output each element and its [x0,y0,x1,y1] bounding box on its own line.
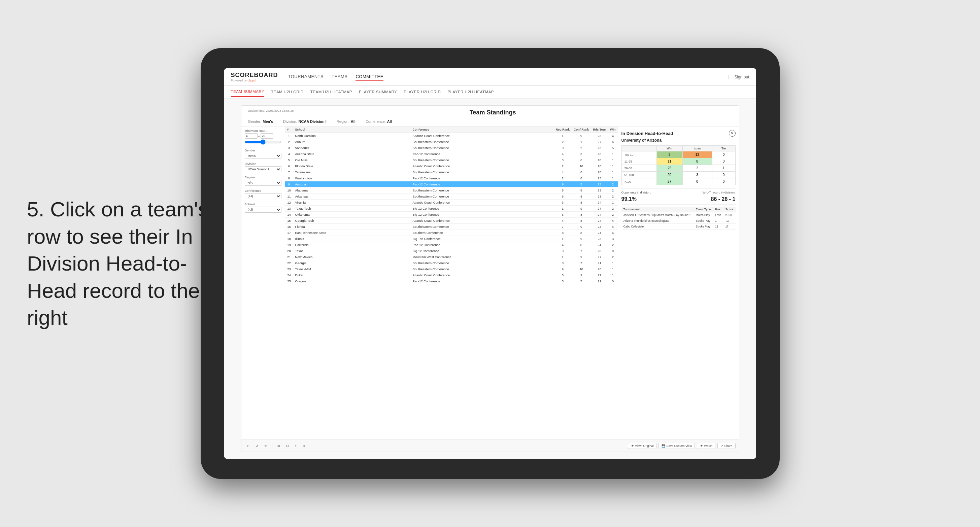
table-row[interactable]: 2 Auburn Southeastern Conference 2 1 27 … [285,139,618,145]
sub-tab-team-h2h-grid[interactable]: TEAM H2H GRID [271,87,304,97]
table-row[interactable]: 21 New Mexico Mountain West Conference 1… [285,254,618,260]
sf-min-val[interactable] [245,133,258,139]
table-row[interactable]: 1 North Carolina Atlantic Coast Conferen… [285,133,618,139]
toolbar-add[interactable]: + [293,443,299,449]
h2h-grid-header: Win Loss Tie [622,146,735,151]
sf-min-rounds: Minimum Rou... - [245,129,282,145]
table-row[interactable]: 7 Tennessee Southeastern Conference 4 6 … [285,169,618,175]
cell-num: 21 [285,254,293,260]
toolbar-watch[interactable]: 👁 Watch [697,443,715,449]
cell-rds: 27 [591,206,608,212]
sf-conference-select[interactable]: (All) [245,193,282,199]
h2h-label: Top 10 [622,151,657,158]
table-row[interactable]: 23 Texas A&M Southeastern Conference 9 1… [285,266,618,272]
th-rds: Rds Tour [591,127,608,133]
gender-value: Men's [262,119,273,124]
table-row[interactable]: 25 Oregon Pac-12 Conference 5 7 21 0 [285,278,618,284]
table-row[interactable]: 20 Texas Big 12 Conference 3 7 20 0 [285,248,618,254]
table-row[interactable]: 15 Georgia Tech Atlantic Coast Conferenc… [285,218,618,224]
th-conf-rank: Conf Rank [572,127,591,133]
cell-school: Oklahoma [293,212,411,218]
table-row[interactable]: 18 Illinois Big Ten Conference 1 9 23 3 [285,236,618,242]
table-row[interactable]: 13 Texas Tech Big 12 Conference 1 9 27 2 [285,206,618,212]
th-score: Score [723,206,735,212]
h2h-win: 25 [657,165,682,171]
sub-tab-player-h2h-grid[interactable]: PLAYER H2H GRID [404,87,441,97]
sf-region-select[interactable]: N/A [245,180,282,186]
table-row[interactable]: 17 East Tennessee State Southern Confere… [285,230,618,236]
cell-win: 1 [608,151,617,157]
watch-icon: 👁 [700,444,703,448]
toolbar-grid[interactable]: ⊞ [275,443,282,449]
table-row[interactable]: 6 Florida State Atlantic Coast Conferenc… [285,163,618,169]
cell-num: 23 [285,266,293,272]
cell-reg: 2 [554,163,572,169]
table-row[interactable]: 4 Arizona State Pac-12 Conference 4 3 26… [285,151,618,157]
cell-rds: 23 [591,175,608,181]
cell-conference: Southeastern Conference [411,139,554,145]
conference-label: Conference: [366,119,386,124]
sub-tab-player-h2h-heatmap[interactable]: PLAYER H2H HEATMAP [447,87,494,97]
cell-reg: 3 [554,248,572,254]
toolbar-redo[interactable]: ↻ [262,443,269,449]
sf-gender-select[interactable]: Men's [245,153,282,159]
table-row[interactable]: 16 Florida Southeastern Conference 7 9 2… [285,224,618,230]
toolbar-timer[interactable]: ⊙ [301,443,307,449]
sf-division-select[interactable]: NCAA Division I [245,166,282,172]
save-icon: 💾 [662,444,665,448]
sub-tab-team-h2h-heatmap[interactable]: TEAM H2H HEATMAP [310,87,352,97]
cell-reg: 8 [554,260,572,266]
h2h-values-row: 99.1% 86 - 26 - 1 [622,196,736,202]
sign-out-button[interactable]: Sign out [729,75,749,79]
cell-school: Ole Miss [293,157,411,163]
table-row[interactable]: 9 Arizona Pac-12 Conference 9 5 23 2 [285,181,618,187]
table-row[interactable]: 22 Georgia Southeastern Conference 8 7 2… [285,260,618,266]
cell-num: 3 [285,145,293,151]
toolbar-save-custom[interactable]: 💾 Save Custom View [659,443,695,449]
toolbar-crop[interactable]: ⊡ [284,443,291,449]
toolbar-share[interactable]: ↗ Share [718,443,735,449]
cell-reg: 4 [554,169,572,175]
table-row[interactable]: 3 Vanderbilt Southeastern Conference 3 2… [285,145,618,151]
sub-tab-team-summary[interactable]: TEAM SUMMARY [231,87,265,97]
h2h-win: 20 [657,171,682,178]
toolbar-undo[interactable]: ↩ [245,443,251,449]
table-row[interactable]: 10 Alabama Southeastern Conference 5 8 2… [285,187,618,194]
toolbar-undo2[interactable]: ↺ [253,443,260,449]
nav-tab-tournaments[interactable]: TOURNAMENTS [288,73,324,81]
toolbar-view-original[interactable]: 👁 View: Original [628,443,657,449]
tournament-score: 17 [723,224,735,230]
sf-region-label: Region [245,176,282,179]
tournament-type: Match Play [694,212,713,218]
table-row[interactable]: 8 Washington Pac-12 Conference 2 8 23 1 [285,175,618,181]
cell-conf: 9 [572,224,591,230]
h2h-loss: 13 [682,151,712,158]
nav-tab-committee[interactable]: COMMITTEE [355,73,383,81]
sub-tab-player-summary[interactable]: PLAYER SUMMARY [359,87,397,97]
cell-conf: 8 [572,212,591,218]
cell-rds: 24 [591,230,608,236]
table-row[interactable]: 11 Arkansas Southeastern Conference 6 8 … [285,194,618,200]
region-label: Region: [337,119,350,124]
cell-num: 2 [285,139,293,145]
table-row[interactable]: 24 Duke Atlantic Coast Conference 5 9 27… [285,272,618,278]
table-row[interactable]: 5 Ole Miss Southeastern Conference 3 6 1… [285,157,618,163]
cell-rds: 24 [591,218,608,224]
tablet-screen: SCOREBOARD Powered by clippd TOURNAMENTS… [224,68,756,459]
nav-tab-teams[interactable]: TEAMS [332,73,347,81]
table-row[interactable]: 12 Virginia Atlantic Coast Conference 3 … [285,200,618,206]
sf-max-val[interactable] [261,133,274,139]
sf-school-select[interactable]: (All) [245,206,282,213]
h2h-close-button[interactable]: ✕ [729,130,736,137]
filter-gender: Gender: Men's [248,119,273,124]
table-row[interactable]: 19 California Pac-12 Conference 4 8 24 2 [285,242,618,248]
table-row[interactable]: 14 Oklahoma Big 12 Conference 6 8 24 2 [285,212,618,218]
tournament-pos: 1 [713,218,723,224]
sf-gender-label: Gender [245,149,282,152]
sf-conference: Conference (All) [245,189,282,199]
cell-rds: 20 [591,266,608,272]
cell-win: 4 [608,224,617,230]
tournament-table: Tournament Event Type Pos Score Jackson … [622,206,736,230]
sf-range-slider[interactable] [245,139,282,145]
cell-conf: 7 [572,248,591,254]
